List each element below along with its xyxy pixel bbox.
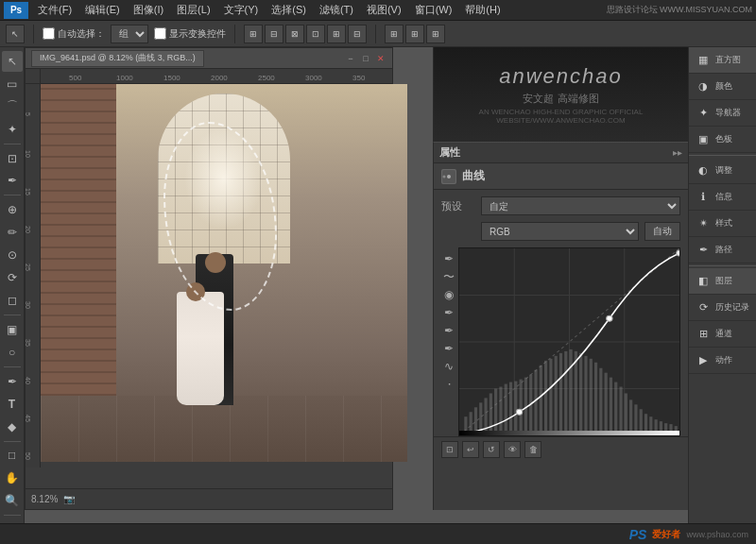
tool-sep4 — [4, 366, 21, 367]
panel-paths[interactable]: ✒ 路径 — [689, 237, 756, 264]
panel-info[interactable]: ℹ 信息 — [689, 184, 756, 211]
align-bottom-btn[interactable]: ⊟ — [348, 25, 367, 43]
curves-bottom-icon3[interactable]: ↺ — [483, 441, 500, 458]
align-left-btn[interactable]: ⊞ — [244, 25, 263, 43]
move-tool-btn[interactable]: ↖ — [6, 25, 25, 43]
curves-eyedrop3-btn[interactable]: ✒ — [441, 341, 456, 356]
quickselect-tool[interactable]: ✦ — [2, 119, 23, 140]
doc-tab[interactable]: IMG_9641.psd @ 8.12% (曲线 3, RGB...) — [31, 50, 204, 67]
minimize-btn[interactable]: − — [345, 53, 356, 64]
right-panels: ▦ 直方图 ◑ 颜色 ✦ 导航器 ▣ 色板 ◐ 调整 — [688, 47, 756, 544]
align-right-btn[interactable]: ⊠ — [285, 25, 304, 43]
props-expand-btn[interactable]: ▸▸ — [673, 147, 682, 158]
menu-image[interactable]: 图像(I) — [128, 1, 169, 19]
panel-actions[interactable]: ▶ 动作 — [689, 348, 756, 374]
options-bar: ↖ 自动选择： 组 显示变换控件 ⊞ ⊟ ⊠ ⊡ ⊞ ⊟ ⊞ ⊞ ⊞ — [0, 21, 756, 47]
actions-icon: ▶ — [695, 352, 712, 369]
left-toolbar: ↖ ▭ ⌒ ✦ ⊡ ✒ ⊕ ✏ ⊙ ⟳ ◻ ▣ ○ ✒ T ◆ □ ✋ 🔍 — [0, 47, 25, 544]
close-btn[interactable]: ✕ — [375, 53, 387, 64]
curves-bottom-icon2[interactable]: ↩ — [462, 441, 479, 458]
channel-dropdown[interactable]: RGB — [481, 222, 639, 241]
svg-rect-58 — [619, 387, 622, 432]
eraser-tool[interactable]: ◻ — [2, 290, 23, 311]
marquee-tool[interactable]: ▭ — [2, 74, 23, 94]
panel-styles[interactable]: ✴ 样式 — [689, 211, 756, 237]
panel-adjustments[interactable]: ◐ 调整 — [689, 158, 756, 184]
type-tool[interactable]: T — [2, 394, 23, 415]
brush-tool[interactable]: ✏ — [2, 222, 23, 243]
show-transform-checkbox[interactable]: 显示变换控件 — [154, 27, 226, 41]
menu-window[interactable]: 窗口(W) — [409, 1, 458, 19]
auto-select-dropdown[interactable]: 组 — [111, 25, 148, 43]
watermark-chinese: 安文超 高端修图 — [434, 92, 688, 106]
lasso-tool[interactable]: ⌒ — [2, 96, 23, 117]
panel-styles-label: 样式 — [715, 217, 732, 230]
spot-heal-tool[interactable]: ⊕ — [2, 199, 23, 220]
menu-select[interactable]: 选择(S) — [266, 1, 312, 19]
curves-eyedrop1-btn[interactable]: ✒ — [441, 305, 456, 320]
curves-extra-btn[interactable]: ⬝ — [441, 377, 456, 392]
hand-tool[interactable]: ✋ — [2, 468, 23, 488]
curves-bottom-icon5[interactable]: 🗑 — [524, 441, 541, 458]
menu-help[interactable]: 帮助(H) — [459, 1, 506, 19]
curves-pencil-btn[interactable]: ✒ — [441, 251, 456, 266]
history-brush-tool[interactable]: ⟳ — [2, 267, 23, 288]
align-tools: ⊞ ⊟ ⊠ ⊡ ⊞ ⊟ — [244, 25, 367, 43]
navigator-icon: ✦ — [695, 105, 712, 122]
curves-graph[interactable] — [458, 247, 680, 436]
align-center-btn[interactable]: ⊟ — [265, 25, 284, 43]
dist-v-btn[interactable]: ⊞ — [405, 25, 424, 43]
crop-tool[interactable]: ⊡ — [2, 148, 23, 169]
panel-color[interactable]: ◑ 颜色 — [689, 74, 756, 100]
svg-rect-67 — [664, 423, 667, 431]
eyedropper-tool[interactable]: ✒ — [2, 171, 23, 192]
path-select-tool[interactable]: ◆ — [2, 416, 23, 437]
align-middle-btn[interactable]: ⊞ — [327, 25, 346, 43]
curves-line-btn[interactable]: ∿ — [441, 359, 456, 374]
watermark-content: anwenchao 安文超 高端修图 AN WENCHAO HIGH-END G… — [434, 64, 688, 125]
panel-navigator[interactable]: ✦ 导航器 — [689, 100, 756, 127]
paths-icon: ✒ — [695, 242, 712, 259]
menu-edit[interactable]: 编辑(E) — [79, 1, 126, 19]
pen-tool[interactable]: ✒ — [2, 371, 23, 392]
menu-filter[interactable]: 滤镜(T) — [314, 1, 359, 19]
dist-h-btn[interactable]: ⊞ — [385, 25, 404, 43]
maximize-btn[interactable]: □ — [360, 53, 371, 64]
move-tool[interactable]: ↖ — [2, 51, 23, 72]
arrange-btn[interactable]: ⊞ — [426, 25, 445, 43]
auto-select-checkbox[interactable]: 自动选择： — [43, 27, 105, 41]
menu-layer[interactable]: 图层(L) — [171, 1, 215, 19]
svg-point-70 — [516, 409, 522, 415]
menu-items: 文件(F) 编辑(E) 图像(I) 图层(L) 文字(Y) 选择(S) 滤镜(T… — [32, 1, 507, 19]
auto-btn[interactable]: 自动 — [644, 222, 680, 241]
zoom-tool[interactable]: 🔍 — [2, 490, 23, 511]
svg-rect-66 — [660, 421, 662, 431]
curves-eyedrop2-btn[interactable]: ✒ — [441, 323, 456, 338]
preset-dropdown[interactable]: 自定 — [481, 196, 680, 215]
svg-rect-38 — [520, 380, 523, 431]
panel-history-label: 历史记录 — [715, 301, 749, 314]
curves-bottom-icon4[interactable]: 👁 — [504, 441, 521, 458]
panel-swatches[interactable]: ▣ 色板 — [689, 127, 756, 153]
align-top-btn[interactable]: ⊡ — [306, 25, 325, 43]
curves-bottom-icon1[interactable]: ⊡ — [441, 441, 458, 458]
gradient-tool[interactable]: ▣ — [2, 319, 23, 340]
svg-rect-68 — [669, 424, 672, 431]
shape-tool[interactable]: □ — [2, 446, 23, 467]
menu-view[interactable]: 视图(V) — [361, 1, 407, 19]
doc-statusbar: 8.12% 📷 — [26, 488, 392, 509]
svg-text:50: 50 — [26, 452, 31, 460]
panel-layers[interactable]: ◧ 图层 — [689, 268, 756, 295]
dodge-tool[interactable]: ○ — [2, 342, 23, 363]
curves-smooth-btn[interactable]: 〜 — [441, 269, 456, 284]
panel-history[interactable]: ⟳ 历史记录 — [689, 295, 756, 321]
clone-tool[interactable]: ⊙ — [2, 245, 23, 265]
svg-rect-64 — [649, 416, 652, 431]
info-icon: ℹ — [695, 189, 712, 206]
panel-channels[interactable]: ⊞ 通道 — [689, 321, 756, 348]
panel-histogram[interactable]: ▦ 直方图 — [689, 47, 756, 74]
curves-point-btn[interactable]: ◉ — [441, 287, 456, 302]
menu-type[interactable]: 文字(Y) — [218, 1, 265, 19]
menu-file[interactable]: 文件(F) — [32, 1, 77, 19]
menu-bar: Ps 文件(F) 编辑(E) 图像(I) 图层(L) 文字(Y) 选择(S) 滤… — [0, 0, 756, 21]
